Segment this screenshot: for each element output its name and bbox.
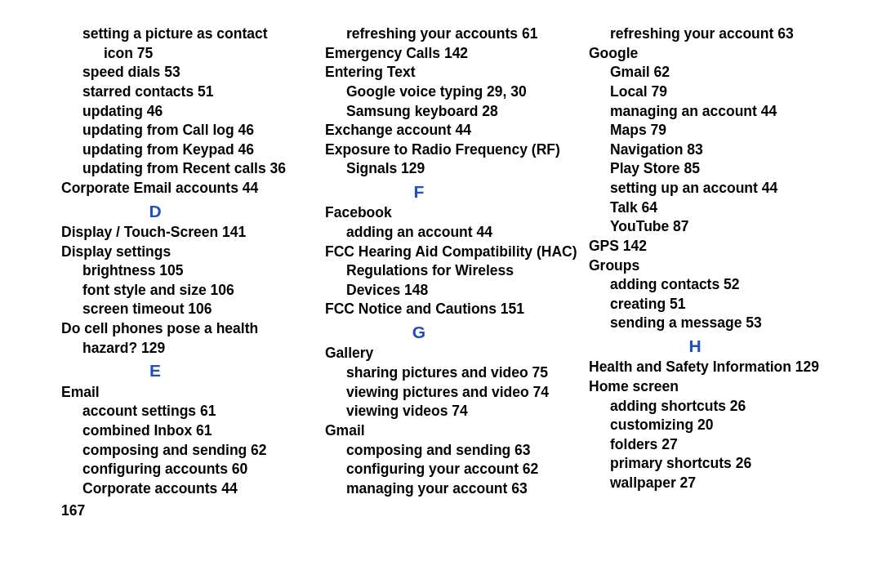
index-letter: F xyxy=(325,179,513,203)
index-letter: H xyxy=(589,333,801,358)
index-entry: managing an account 44 xyxy=(589,102,849,122)
index-entry: FCC Notice and Cautions 151 xyxy=(325,300,586,319)
index-entry: Email xyxy=(61,383,322,403)
index-entry: updating from Keypad 46 xyxy=(61,140,322,160)
index-letter: G xyxy=(325,319,513,344)
index-entry: setting up an account 44 xyxy=(589,179,849,198)
index-entry: configuring accounts 60 xyxy=(61,460,322,479)
index-entry: Display settings xyxy=(61,243,322,262)
index-entry: adding contacts 52 xyxy=(589,275,849,295)
index-entry: brightness 105 xyxy=(61,261,322,281)
index-entry: updating from Call log 46 xyxy=(61,121,322,140)
index-entry: icon 75 xyxy=(61,44,322,64)
index-entry: composing and sending 63 xyxy=(325,441,586,461)
index-entry: font style and size 106 xyxy=(61,281,322,301)
index-entry: hazard? 129 xyxy=(61,339,322,359)
index-letter: D xyxy=(61,198,249,223)
index-entry: composing and sending 62 xyxy=(61,441,322,461)
index-entry: starred contacts 51 xyxy=(61,82,322,102)
index-entry: Maps 79 xyxy=(589,121,849,140)
index-entry: FCC Hearing Aid Compatibility (HAC) xyxy=(325,243,586,262)
index-entry: Samsung keyboard 28 xyxy=(325,102,586,122)
index-entry: sharing pictures and video 75 xyxy=(325,363,586,383)
index-entry: Signals 129 xyxy=(325,159,586,179)
index-entry: combined Inbox 61 xyxy=(61,421,322,441)
index-entry: updating from Recent calls 36 xyxy=(61,159,322,179)
index-entry: Gmail xyxy=(325,421,586,441)
index-entry: Exposure to Radio Frequency (RF) xyxy=(325,140,586,160)
index-entry: adding an account 44 xyxy=(325,223,586,243)
index-entry: adding shortcuts 26 xyxy=(589,397,849,416)
index-entry: customizing 20 xyxy=(589,416,849,435)
index-entry: account settings 61 xyxy=(61,402,322,421)
column-3: refreshing your account 63GoogleGmail 62… xyxy=(589,24,849,521)
index-entry: Devices 148 xyxy=(325,281,586,301)
index-entry: refreshing your account 63 xyxy=(589,24,849,44)
index-entry: viewing pictures and video 74 xyxy=(325,383,586,403)
index-entry: Navigation 83 xyxy=(589,140,849,160)
index-entry: Talk 64 xyxy=(589,198,849,218)
index-entry: updating 46 xyxy=(61,102,322,122)
index-columns: setting a picture as contacticon 75speed… xyxy=(61,24,849,521)
index-entry: viewing videos 74 xyxy=(325,402,586,421)
index-entry: Corporate accounts 44 xyxy=(61,479,322,499)
index-entry: Display / Touch-Screen 141 xyxy=(61,223,322,243)
index-entry: Home screen xyxy=(589,377,849,397)
index-entry: Emergency Calls 142 xyxy=(325,44,586,64)
index-entry: GPS 142 xyxy=(589,237,849,256)
index-entry: managing your account 63 xyxy=(325,479,586,499)
column-2: refreshing your accounts 61Emergency Cal… xyxy=(325,24,586,521)
index-letter: E xyxy=(61,358,249,382)
index-entry: Groups xyxy=(589,256,849,276)
index-entry: Google voice typing 29, 30 xyxy=(325,82,586,102)
index-entry: wallpaper 27 xyxy=(589,474,849,493)
index-entry: Gmail 62 xyxy=(589,63,849,82)
page-number: 167 xyxy=(61,501,322,521)
column-1: setting a picture as contacticon 75speed… xyxy=(61,24,322,521)
index-entry: setting a picture as contact xyxy=(61,24,322,44)
index-entry: Do cell phones pose a health xyxy=(61,319,322,339)
index-entry: Gallery xyxy=(325,344,586,363)
index-entry: primary shortcuts 26 xyxy=(589,454,849,474)
index-entry: Health and Safety Information 129 xyxy=(589,358,849,377)
index-entry: Google xyxy=(589,44,849,64)
index-entry: refreshing your accounts 61 xyxy=(325,24,586,44)
index-entry: configuring your account 62 xyxy=(325,460,586,479)
index-entry: Regulations for Wireless xyxy=(325,261,586,281)
index-entry: Play Store 85 xyxy=(589,159,849,179)
index-entry: Local 79 xyxy=(589,82,849,102)
index-entry: speed dials 53 xyxy=(61,63,322,82)
index-entry: sending a message 53 xyxy=(589,314,849,333)
index-entry: creating 51 xyxy=(589,295,849,314)
index-entry: Entering Text xyxy=(325,63,586,82)
index-entry: YouTube 87 xyxy=(589,217,849,237)
index-entry: Corporate Email accounts 44 xyxy=(61,179,322,198)
index-entry: Exchange account 44 xyxy=(325,121,586,140)
index-entry: Facebook xyxy=(325,203,586,223)
index-entry: screen timeout 106 xyxy=(61,300,322,319)
index-entry: folders 27 xyxy=(589,435,849,455)
